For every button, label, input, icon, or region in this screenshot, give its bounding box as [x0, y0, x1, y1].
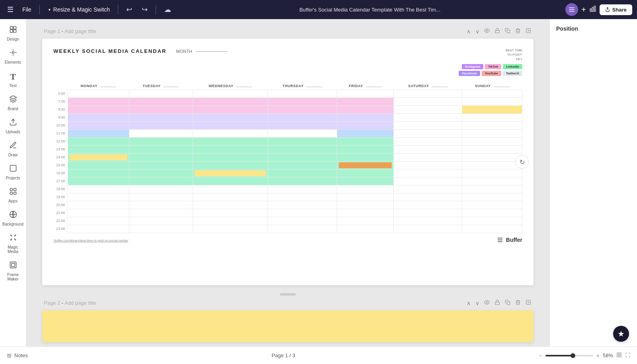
cell-fri-1700[interactable]	[337, 177, 394, 185]
cell-sat-1900[interactable]	[394, 193, 462, 201]
analytics-icon[interactable]	[589, 5, 596, 14]
sidebar-item-magic-media[interactable]: Magic Media	[1, 230, 25, 257]
cell-sun-1900[interactable]	[462, 193, 522, 201]
cell-sun-1700[interactable]	[462, 177, 522, 185]
sidebar-item-elements[interactable]: Elements	[1, 45, 25, 68]
cell-mon-1800[interactable]	[68, 185, 129, 193]
cell-fri-1400[interactable]	[337, 153, 394, 161]
cell-fri-2100[interactable]	[337, 209, 394, 217]
cell-tue-600[interactable]	[129, 90, 193, 97]
sidebar-item-draw[interactable]: Draw	[1, 138, 25, 160]
cell-mon-1300[interactable]	[68, 145, 129, 153]
share-button[interactable]: Share	[600, 4, 632, 15]
cell-tue-2200[interactable]	[129, 217, 193, 225]
cell-sat-1800[interactable]	[394, 185, 462, 193]
file-menu[interactable]: File	[19, 5, 35, 14]
cell-tue-1900[interactable]	[129, 193, 193, 201]
cell-sat-700[interactable]	[394, 97, 462, 105]
page2-canvas[interactable]	[42, 310, 533, 342]
cell-wed-1400[interactable]	[193, 153, 268, 161]
cell-thu-1900[interactable]	[268, 193, 337, 201]
add-button[interactable]: +	[581, 5, 586, 14]
cell-tue-900[interactable]	[129, 113, 193, 121]
cell-wed-1600[interactable]	[193, 169, 268, 177]
page2-duplicate-button[interactable]	[504, 299, 511, 307]
redo-button[interactable]: ↪	[139, 4, 151, 16]
cell-tue-1600[interactable]	[129, 169, 193, 177]
cell-fri-700[interactable]	[337, 97, 394, 105]
cell-wed-2000[interactable]	[193, 201, 268, 209]
cell-thu-2100[interactable]	[268, 209, 337, 217]
sidebar-item-uploads[interactable]: Uploads	[1, 115, 25, 137]
cell-fri-900[interactable]	[337, 113, 394, 121]
cell-mon-1600[interactable]	[68, 169, 129, 177]
cell-thu-1200[interactable]	[268, 137, 337, 145]
cell-mon-600[interactable]	[68, 90, 129, 97]
cell-fri-800[interactable]	[337, 105, 394, 113]
cell-tue-700[interactable]	[129, 97, 193, 105]
cell-thu-1800[interactable]	[268, 185, 337, 193]
page-lock-button[interactable]	[494, 27, 501, 35]
sidebar-item-background[interactable]: Background	[1, 207, 25, 230]
cell-thu-600[interactable]	[268, 90, 337, 97]
cell-sun-900[interactable]	[462, 113, 522, 121]
cell-mon-1400[interactable]	[68, 153, 129, 161]
cell-wed-1500[interactable]	[193, 161, 268, 169]
cell-mon-1700[interactable]	[68, 177, 129, 185]
cell-sat-600[interactable]	[394, 90, 462, 97]
cell-mon-700[interactable]	[68, 97, 129, 105]
cell-tue-2300[interactable]	[129, 225, 193, 233]
page-add-button[interactable]	[525, 27, 532, 35]
cell-thu-1700[interactable]	[268, 177, 337, 185]
source-link[interactable]: *buffer.com/library/best-time-to-post-on…	[53, 239, 128, 242]
cell-sun-1600[interactable]	[462, 169, 522, 177]
cell-tue-2000[interactable]	[129, 201, 193, 209]
cell-mon-2300[interactable]	[68, 225, 129, 233]
cell-fri-1300[interactable]	[337, 145, 394, 153]
cell-tue-1200[interactable]	[129, 137, 193, 145]
cell-thu-2300[interactable]	[268, 225, 337, 233]
cell-sat-1200[interactable]	[394, 137, 462, 145]
cell-fri-2000[interactable]	[337, 201, 394, 209]
cell-sun-1400[interactable]	[462, 153, 522, 161]
cell-wed-1000[interactable]	[193, 121, 268, 129]
cell-thu-1100[interactable]	[268, 129, 337, 137]
cell-sun-800[interactable]	[462, 105, 522, 113]
cell-thu-2200[interactable]	[268, 217, 337, 225]
cell-fri-1900[interactable]	[337, 193, 394, 201]
cell-wed-2100[interactable]	[193, 209, 268, 217]
user-avatar[interactable]	[565, 3, 578, 16]
canvas-area[interactable]: Page 1 - Add page title ∧ ∨	[26, 19, 549, 346]
cell-sun-700[interactable]	[462, 97, 522, 105]
cell-wed-700[interactable]	[193, 97, 268, 105]
cell-thu-900[interactable]	[268, 113, 337, 121]
cell-tue-1300[interactable]	[129, 145, 193, 153]
page-eye-button[interactable]	[483, 27, 490, 35]
page2-delete-button[interactable]	[514, 299, 522, 307]
cell-tue-1000[interactable]	[129, 121, 193, 129]
cell-tue-1400[interactable]	[129, 153, 193, 161]
cell-thu-1300[interactable]	[268, 145, 337, 153]
page1-canvas[interactable]: ↻ WEEKLY SOCIAL MEDIA CALENDAR MONTH	[42, 39, 533, 285]
cell-tue-1500[interactable]	[129, 161, 193, 169]
notes-button[interactable]: Notes	[6, 352, 28, 358]
cell-fri-1600[interactable]	[337, 169, 394, 177]
cloud-save-icon[interactable]: ☁	[161, 4, 174, 16]
undo-button[interactable]: ↩	[123, 4, 135, 16]
cell-sun-1100[interactable]	[462, 129, 522, 137]
cell-wed-1100[interactable]	[193, 129, 268, 137]
cell-fri-1100[interactable]	[337, 129, 394, 137]
page2-eye-button[interactable]	[483, 299, 490, 307]
cell-thu-1000[interactable]	[268, 121, 337, 129]
cell-sat-1100[interactable]	[394, 129, 462, 137]
cell-sat-1500[interactable]	[394, 161, 462, 169]
sidebar-item-projects[interactable]: Projects	[1, 161, 25, 183]
cell-fri-1800[interactable]	[337, 185, 394, 193]
cell-wed-1700[interactable]	[193, 177, 268, 185]
cell-sat-1600[interactable]	[394, 169, 462, 177]
cell-wed-1800[interactable]	[193, 185, 268, 193]
cell-fri-2200[interactable]	[337, 217, 394, 225]
cell-fri-1000[interactable]	[337, 121, 394, 129]
cell-sat-1000[interactable]	[394, 121, 462, 129]
resize-magic-switch[interactable]: Resize & Magic Switch	[45, 5, 113, 14]
